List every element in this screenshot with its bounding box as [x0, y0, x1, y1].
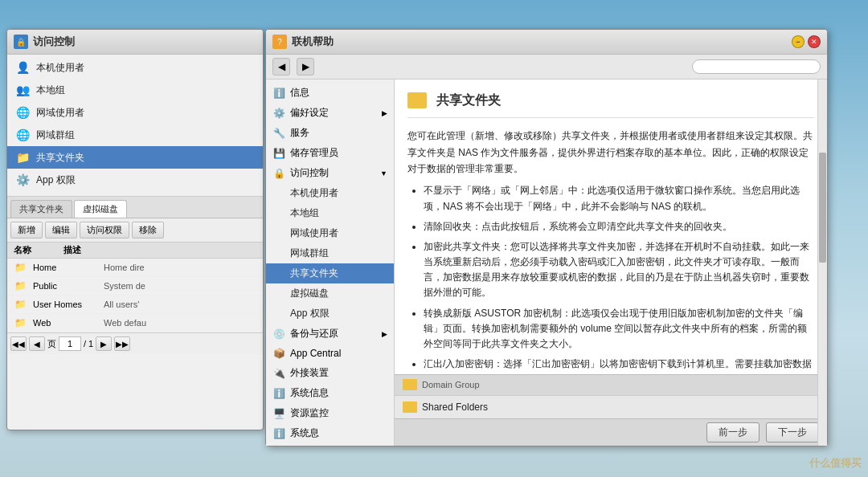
help-icon: ?: [272, 35, 287, 49]
help-nav: ℹ️ 信息 ⚙️ 偏好设定 ▶ 🔧 服务 💾 储存管理员 🔒 访问控制 ▼: [266, 80, 395, 446]
preferences-icon: ⚙️: [272, 107, 285, 120]
nav-item-preferences[interactable]: ⚙️ 偏好设定 ▶: [266, 103, 394, 123]
info-icon: ℹ️: [272, 87, 285, 100]
nav-item-access-control[interactable]: 🔒 访问控制 ▼: [266, 163, 394, 183]
submenu-domain-users[interactable]: 网域使用者: [266, 223, 394, 243]
bullet-item: 不显示于「网络」或「网上邻居」中：此选项仅适用于微软窗口操作系统。当您启用此选项…: [424, 183, 814, 214]
content-intro: 您可在此管理（新增、修改或移除）共享文件夹，并根据使用者或使用者群组来设定其权限…: [407, 128, 814, 177]
expand-icon: ▼: [380, 169, 387, 177]
tab-virtual-disks[interactable]: 虚拟磁盘: [74, 200, 127, 218]
back-button[interactable]: ◀: [272, 58, 290, 75]
tab-shared-folders[interactable]: 共享文件夹: [10, 200, 72, 218]
btn-prev-step[interactable]: 前一步: [706, 422, 760, 442]
access-control-submenu: 本机使用者 本地组 网域使用者 网域群组 共享文件夹 虚拟磁盘: [266, 183, 394, 324]
btn-next-page[interactable]: ▶: [96, 336, 112, 351]
btn-edit[interactable]: 编辑: [45, 222, 77, 238]
folder-chooser: Domain Group Shared Folders 前一步 下一步: [395, 374, 827, 446]
access-control-nav-icon: 🔒: [272, 167, 285, 180]
sidebar-item-local-users[interactable]: 👤 本机使用者: [7, 56, 263, 79]
folder-icon: 📁: [14, 298, 27, 311]
table-row[interactable]: 📁 Public System de: [7, 277, 263, 296]
system-info-icon: ℹ️: [272, 387, 285, 400]
folder-chooser-list: Shared Folders: [395, 396, 827, 418]
nav-item-storage[interactable]: 💾 储存管理员: [266, 143, 394, 163]
search-input[interactable]: [692, 59, 821, 74]
window-controls: − ✕: [792, 35, 821, 48]
nav-item-services[interactable]: 🔧 服务: [266, 123, 394, 143]
nav-item-external-devices[interactable]: 🔌 外接装置: [266, 363, 394, 383]
ac-toolbar: 新增 编辑 访问权限 移除: [7, 218, 263, 243]
folder-icon: 📁: [14, 279, 27, 292]
sidebar-item-domain-users[interactable]: 🌐 网域使用者: [7, 101, 263, 124]
local-users-icon: 👤: [15, 60, 30, 75]
submenu-local-users[interactable]: 本机使用者: [266, 183, 394, 203]
shared-folders-item-icon: [403, 402, 417, 413]
help-content: 共享文件夹 您可在此管理（新增、修改或移除）共享文件夹，并根据使用者或使用者群组…: [395, 80, 827, 446]
btn-permissions[interactable]: 访问权限: [80, 222, 129, 238]
system-notice-icon: ℹ️: [272, 427, 285, 440]
sidebar-item-local-groups[interactable]: 👥 本地组: [7, 79, 263, 101]
services-icon: 🔧: [272, 127, 285, 140]
scrollbar-vertical[interactable]: [817, 80, 827, 446]
table-row[interactable]: 📁 User Homes All users': [7, 296, 263, 314]
access-control-title: 访问控制: [33, 35, 75, 49]
submenu-virtual-disks[interactable]: 虚拟磁盘: [266, 283, 394, 304]
ac-tabs: 共享文件夹 虚拟磁盘: [7, 197, 263, 218]
nav-item-app-central[interactable]: 📦 App Central: [266, 344, 394, 363]
expand-icon: ▶: [382, 330, 387, 338]
help-body: ℹ️ 信息 ⚙️ 偏好设定 ▶ 🔧 服务 💾 储存管理员 🔒 访问控制 ▼: [266, 80, 827, 446]
sidebar-item-shared-folders[interactable]: 📁 共享文件夹: [7, 146, 263, 169]
local-groups-icon: 👥: [15, 83, 30, 97]
scrollbar-thumb: [819, 153, 826, 263]
help-title: 联机帮助: [292, 35, 787, 49]
access-control-sidebar: 👤 本机使用者 👥 本地组 🌐 网域使用者 🌐 网域群组 📁 共享文件夹 ⚙️: [7, 55, 263, 193]
btn-first-page[interactable]: ◀◀: [10, 336, 27, 351]
watermark: 什么值得买: [809, 456, 862, 471]
nav-item-resource-monitor[interactable]: 🖥️ 资源监控: [266, 403, 394, 423]
btn-prev-page[interactable]: ◀: [29, 336, 45, 351]
btn-next-step[interactable]: 下一步: [766, 422, 819, 442]
btn-new[interactable]: 新增: [10, 222, 43, 238]
access-control-titlebar: 🔒 访问控制: [7, 30, 263, 55]
submenu-domain-groups[interactable]: 网域群组: [266, 243, 394, 263]
nav-item-system-notice[interactable]: ℹ️ 系统息: [266, 423, 394, 443]
domain-groups-icon: 🌐: [15, 128, 30, 142]
forward-button[interactable]: ▶: [297, 58, 314, 75]
content-bullets: 不显示于「网络」或「网上邻居」中：此选项仅适用于微软窗口操作系统。当您启用此选项…: [424, 183, 814, 387]
backup-icon: 💿: [272, 328, 285, 340]
help-toolbar: ◀ ▶: [266, 55, 827, 80]
bullet-item: 清除回收夹：点击此按钮后，系统将会立即清空此共享文件夹的回收夹。: [424, 219, 814, 234]
domain-users-icon: 🌐: [15, 105, 30, 120]
access-control-window: 🔒 访问控制 👤 本机使用者 👥 本地组 🌐 网域使用者 🌐 网域群组 📁: [6, 29, 264, 430]
btn-last-page[interactable]: ▶▶: [114, 336, 130, 351]
close-button[interactable]: ✕: [808, 35, 821, 48]
submenu-app-permissions[interactable]: App 权限: [266, 304, 394, 324]
nav-item-system-info[interactable]: ℹ️ 系统信息: [266, 383, 394, 403]
table-header: 名称 描述: [7, 243, 263, 259]
folder-chooser-header: Domain Group: [395, 375, 827, 396]
app-central-icon: 📦: [272, 347, 285, 360]
btn-remove[interactable]: 移除: [132, 222, 164, 238]
external-devices-icon: 🔌: [272, 367, 285, 380]
sidebar-item-app-permissions[interactable]: ⚙️ App 权限: [7, 169, 263, 191]
pagination: ◀◀ ◀ 页 / 1 ▶ ▶▶: [7, 332, 263, 354]
resource-monitor-icon: 🖥️: [272, 407, 285, 420]
nav-item-backup[interactable]: 💿 备份与还原 ▶: [266, 324, 394, 344]
nav-item-info[interactable]: ℹ️ 信息: [266, 83, 394, 103]
shared-folders-icon: 📁: [15, 150, 30, 165]
page-input[interactable]: [59, 336, 81, 351]
access-control-content: 👤 本机使用者 👥 本地组 🌐 网域使用者 🌐 网域群组 📁 共享文件夹 ⚙️: [7, 55, 263, 430]
submenu-local-groups[interactable]: 本地组: [266, 203, 394, 223]
minimize-button[interactable]: −: [792, 35, 805, 48]
table-row[interactable]: 📁 Home Home dire: [7, 259, 263, 277]
folder-icon: 📁: [14, 261, 27, 274]
app-permissions-icon: ⚙️: [15, 173, 30, 187]
access-control-icon: 🔒: [14, 35, 28, 49]
table-row[interactable]: 📁 Web Web defau: [7, 314, 263, 332]
help-window: ? 联机帮助 − ✕ ◀ ▶ ℹ️ 信息 ⚙️ 偏好设定 ▶ 🔧 服务: [265, 29, 828, 446]
submenu-shared-folders[interactable]: 共享文件夹: [266, 263, 394, 283]
content-title: 共享文件夹: [407, 89, 814, 118]
domain-group-folder-icon: [403, 379, 417, 390]
folder-icon: 📁: [14, 316, 27, 329]
sidebar-item-domain-groups[interactable]: 🌐 网域群组: [7, 124, 263, 146]
